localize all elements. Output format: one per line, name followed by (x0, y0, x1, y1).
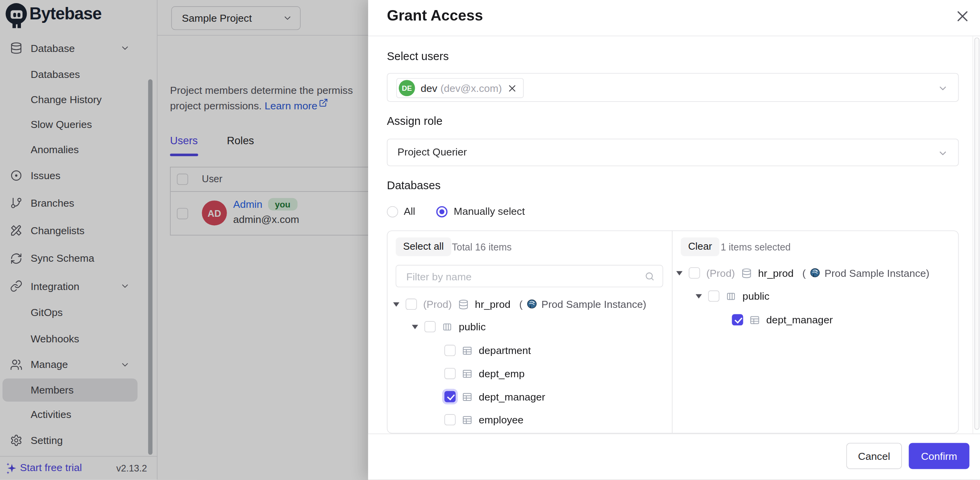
radio-manually-select[interactable]: Manually select (436, 205, 525, 218)
tree-node-schema[interactable]: public (696, 288, 769, 304)
checkbox[interactable] (424, 321, 436, 332)
chevron-down-icon (938, 148, 948, 159)
tree-node-database[interactable]: (Prod) hr_prod ( Prod Sample Instance) (393, 297, 646, 312)
chip-user-name: dev (421, 82, 437, 94)
checkbox[interactable] (406, 299, 417, 310)
postgresql-icon (526, 299, 538, 310)
radio-all[interactable]: All (387, 205, 415, 218)
tree-expander-icon[interactable] (393, 302, 399, 306)
total-items-text: Total 16 items (452, 242, 512, 253)
checkbox-checked[interactable] (444, 391, 455, 402)
tree-expander-icon[interactable] (412, 325, 418, 329)
cancel-button[interactable]: Cancel (846, 443, 902, 469)
checkbox[interactable] (444, 414, 455, 425)
select-users-input[interactable]: DE dev (dev@x.com) (387, 73, 959, 102)
databases-label: Databases (387, 179, 441, 192)
checkbox-checked[interactable] (732, 314, 743, 325)
tree-expander-icon[interactable] (696, 294, 702, 298)
role-select[interactable]: Project Querier (387, 139, 959, 166)
chevron-down-icon (938, 83, 948, 93)
search-icon (644, 271, 655, 281)
modal-footer: Cancel Confirm (368, 433, 980, 480)
assign-role-label: Assign role (387, 115, 442, 128)
user-chip: DE dev (dev@x.com) (396, 78, 524, 98)
checkbox[interactable] (689, 268, 700, 279)
filter-input[interactable] (405, 266, 639, 288)
tree-node-table[interactable]: dept_emp (444, 366, 525, 381)
schema-icon (442, 321, 452, 332)
table-icon (462, 368, 473, 379)
tree-expander-icon[interactable] (676, 271, 682, 275)
role-select-value: Project Querier (398, 146, 467, 158)
modal-header-divider (368, 36, 980, 36)
select-all-button[interactable]: Select all (396, 237, 451, 256)
radio-icon (387, 206, 398, 217)
table-icon (462, 345, 473, 356)
schema-icon (725, 291, 736, 301)
chip-user-email: (dev@x.com) (440, 82, 502, 94)
database-icon (741, 268, 751, 278)
radio-selected-icon (436, 206, 447, 217)
table-icon (750, 314, 760, 325)
modal-title: Grant Access (387, 7, 483, 24)
remove-chip-icon[interactable] (507, 83, 517, 93)
postgresql-icon (810, 268, 821, 279)
checkbox[interactable] (708, 290, 719, 302)
tree-node-database[interactable]: (Prod) hr_prod ( Prod Sample Instance) (676, 266, 930, 281)
table-icon (462, 391, 473, 402)
tree-node-table[interactable]: department (444, 343, 531, 358)
app-stage: Bytebase Database Databases Change Histo… (0, 0, 980, 480)
close-icon[interactable] (955, 9, 970, 24)
clear-button[interactable]: Clear (680, 237, 719, 256)
database-icon (458, 299, 469, 309)
transfer-panel-divider (672, 230, 673, 433)
selected-count-text: 1 items selected (720, 242, 790, 253)
tree-node-table[interactable]: employee (444, 412, 523, 427)
table-icon (462, 414, 473, 425)
confirm-button[interactable]: Confirm (909, 443, 969, 469)
modal-scrollbar-thumb[interactable] (974, 38, 979, 430)
tree-node-schema[interactable]: public (412, 319, 486, 334)
tree-node-table[interactable]: dept_manager (444, 389, 545, 404)
select-users-label: Select users (387, 50, 449, 63)
avatar: DE (399, 80, 415, 96)
filter-input-wrap (396, 265, 663, 287)
checkbox[interactable] (444, 345, 455, 356)
grant-access-modal: Grant Access Select users DE dev (dev@x.… (368, 0, 980, 480)
tree-node-table[interactable]: dept_manager (732, 313, 833, 328)
checkbox[interactable] (444, 368, 455, 379)
